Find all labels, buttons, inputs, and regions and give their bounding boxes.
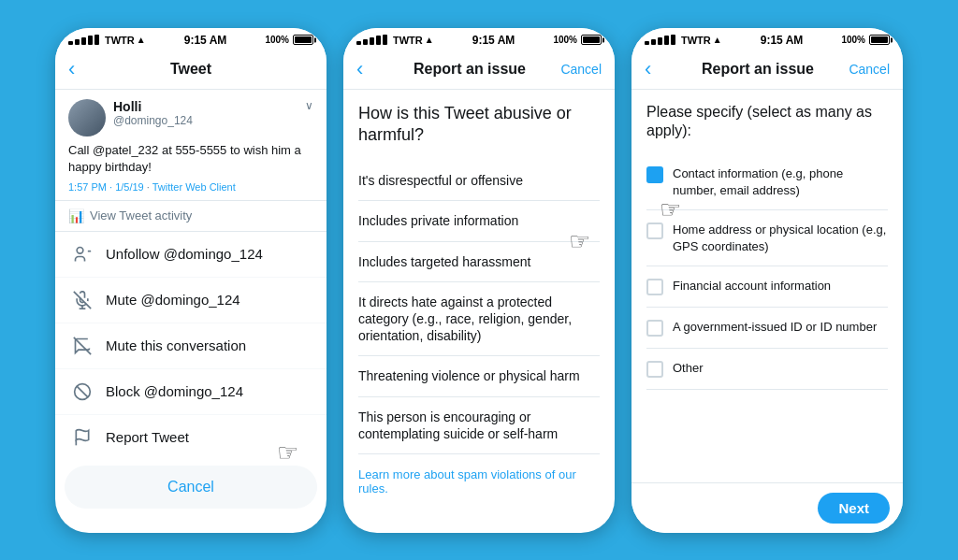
specify-option-3[interactable]: A government-issued ID or ID number xyxy=(646,308,888,349)
learn-more-link[interactable]: Learn more xyxy=(358,467,420,481)
mute-user-icon xyxy=(72,290,93,310)
nav-title-1: Tweet xyxy=(96,61,285,78)
specify-label-1: Home address or physical location (e.g, … xyxy=(673,222,888,254)
checkbox-3[interactable] xyxy=(646,320,663,337)
next-button[interactable]: Next xyxy=(818,493,890,524)
signal-dots-3 xyxy=(645,35,675,45)
tweet-header: Holli ∨ @domingo_124 xyxy=(68,99,313,136)
report-option-label-4: Threatening violence or physical harm xyxy=(358,368,580,383)
tweet-area: Holli ∨ @domingo_124 Call @patel_232 at … xyxy=(55,90,327,201)
cursor-hand-3: ☞ xyxy=(660,195,681,224)
status-left-2: TWTR ▲ xyxy=(356,35,434,46)
report-option-0[interactable]: It's disrespectful or offensive xyxy=(358,161,600,201)
dot2 xyxy=(75,39,80,45)
dot3-3 xyxy=(658,37,662,45)
battery-fill-1 xyxy=(295,36,312,43)
report-label: Report Tweet xyxy=(106,429,189,445)
back-button-1[interactable]: ‹ xyxy=(68,57,96,81)
report-option-label-3: It directs hate against a protected cate… xyxy=(358,294,572,343)
report-option-1[interactable]: Includes private information ☞ xyxy=(358,201,600,241)
menu-mute-user[interactable]: Mute @domingo_124 xyxy=(55,278,327,323)
report-footer: Learn more about spam violations of our … xyxy=(358,467,600,495)
nav-bar-3: ‹ Report an issue Cancel xyxy=(631,50,903,90)
status-left-1: TWTR ▲ xyxy=(68,35,146,46)
checkbox-1[interactable] xyxy=(646,223,663,239)
block-label: Block @domingo_124 xyxy=(106,383,243,399)
report-option-5[interactable]: This person is encouraging or contemplat… xyxy=(358,397,600,454)
cancel-button-3[interactable]: Cancel xyxy=(843,62,890,77)
report-option-label-1: Includes private information xyxy=(358,213,518,228)
carrier-3: TWTR xyxy=(681,35,711,46)
signal-dots xyxy=(68,35,99,45)
nav-title-2: Report an issue xyxy=(385,61,555,78)
context-menu: Unfollow @domingo_124 Mute @domingo_124 … xyxy=(55,232,327,460)
checkbox-4[interactable] xyxy=(646,361,663,378)
back-button-2[interactable]: ‹ xyxy=(356,57,385,81)
dot5-2 xyxy=(383,35,387,45)
specify-label-0: Contact information (e.g, phone number, … xyxy=(673,165,888,198)
cancel-button-2[interactable]: Cancel xyxy=(555,62,602,77)
time-1: 9:15 AM xyxy=(184,34,227,47)
status-right-3: 100% xyxy=(841,35,890,45)
carrier-2: TWTR xyxy=(393,35,423,46)
dot4-2 xyxy=(376,36,381,45)
mute-conv-label: Mute this conversation xyxy=(106,337,246,353)
tweet-client: Twitter Web Client xyxy=(152,181,236,193)
dot1-3 xyxy=(645,41,649,45)
specify-content: Please specify (select as many as apply)… xyxy=(631,90,903,482)
chevron-icon: ∨ xyxy=(305,99,313,114)
status-bar-2: TWTR ▲ 9:15 AM 100% xyxy=(343,28,615,50)
specify-option-2[interactable]: Financial account information xyxy=(646,266,888,308)
wifi-icon-1: ▲ xyxy=(137,35,146,45)
cancel-button-1[interactable]: Cancel xyxy=(65,466,317,509)
battery-icon-2 xyxy=(581,35,602,45)
report-option-4[interactable]: Threatening violence or physical harm xyxy=(358,356,600,396)
report-icon xyxy=(72,427,93,448)
battery-icon-1 xyxy=(293,35,313,45)
menu-mute-conv[interactable]: Mute this conversation xyxy=(55,323,327,369)
wifi-icon-2: ▲ xyxy=(425,35,434,45)
carrier-1: TWTR xyxy=(105,35,135,46)
battery-pct-1: 100% xyxy=(265,35,289,45)
tweet-meta: 1:57 PM · 1/5/19 · Twitter Web Client xyxy=(68,181,313,193)
menu-block[interactable]: Block @domingo_124 xyxy=(55,369,327,415)
report-option-label-0: It's disrespectful or offensive xyxy=(358,173,523,188)
specify-option-0[interactable]: Contact information (e.g, phone number, … xyxy=(646,154,888,210)
battery-fill-2 xyxy=(583,36,600,43)
dot4 xyxy=(88,36,93,45)
activity-icon: 📊 xyxy=(68,208,84,223)
dot3-2 xyxy=(370,37,374,45)
status-right-2: 100% xyxy=(553,35,602,45)
time-3: 9:15 AM xyxy=(761,34,804,47)
dot5 xyxy=(94,35,99,45)
specify-option-1[interactable]: Home address or physical location (e.g, … xyxy=(646,210,888,266)
signal-dots-2 xyxy=(356,35,387,45)
report-option-label-5: This person is encouraging or contemplat… xyxy=(358,409,558,441)
next-btn-container: Next xyxy=(631,482,903,533)
svg-line-7 xyxy=(77,386,88,397)
tweet-activity[interactable]: 📊 View Tweet activity xyxy=(55,201,327,232)
phones-container: TWTR ▲ 9:15 AM 100% ‹ Tweet H xyxy=(55,28,903,533)
back-button-3[interactable]: ‹ xyxy=(645,57,673,81)
dot5-3 xyxy=(671,35,675,45)
status-right-1: 100% xyxy=(265,35,313,45)
specify-option-4[interactable]: Other xyxy=(646,349,888,390)
phone-3: TWTR ▲ 9:15 AM 100% ‹ Report an issue Ca… xyxy=(631,28,903,533)
avatar xyxy=(68,99,106,136)
svg-point-0 xyxy=(77,247,83,253)
checkbox-0[interactable] xyxy=(646,166,663,183)
report-option-2[interactable]: Includes targeted harassment xyxy=(358,242,600,282)
menu-unfollow[interactable]: Unfollow @domingo_124 xyxy=(55,232,327,278)
status-bar-1: TWTR ▲ 9:15 AM 100% xyxy=(55,28,327,50)
activity-label: View Tweet activity xyxy=(90,208,192,223)
menu-report[interactable]: Report Tweet ☞ xyxy=(55,415,327,460)
specify-title: Please specify (select as many as apply)… xyxy=(646,103,888,142)
report-option-3[interactable]: It directs hate against a protected cate… xyxy=(358,282,600,357)
report-question: How is this Tweet abusive or harmful? xyxy=(358,103,600,147)
checkbox-2[interactable] xyxy=(646,279,663,295)
specify-label-2: Financial account information xyxy=(673,278,831,294)
dot1 xyxy=(68,41,73,45)
dot4-3 xyxy=(664,36,669,45)
dot1-2 xyxy=(356,41,361,45)
phone-2: TWTR ▲ 9:15 AM 100% ‹ Report an issue Ca… xyxy=(343,28,615,533)
